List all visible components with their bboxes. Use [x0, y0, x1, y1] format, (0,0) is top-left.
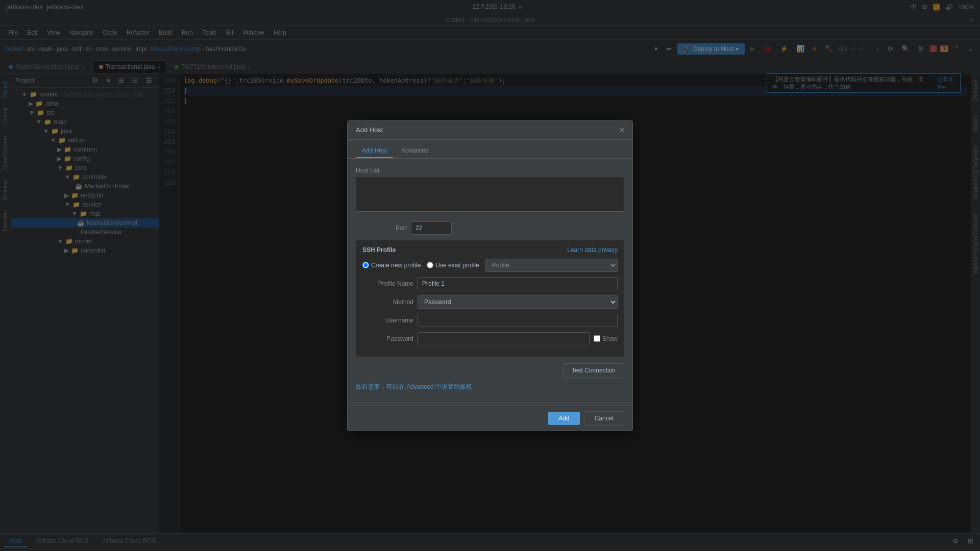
show-password-checkbox[interactable]: [594, 335, 600, 342]
radio-use-exist[interactable]: Use exist profile: [427, 262, 479, 269]
username-input[interactable]: [418, 314, 618, 327]
profile-name-input[interactable]: [418, 277, 618, 290]
modal-close-button[interactable]: ×: [620, 126, 624, 134]
username-label: Username: [362, 317, 413, 324]
password-label: Password: [362, 335, 413, 342]
radio-create-new[interactable]: Create new profile: [362, 262, 421, 269]
modal-body: Host List Port SSH Profile Learn data pr…: [348, 159, 632, 406]
add-host-modal: Add Host × Add Host Advanced Host List P…: [347, 120, 633, 431]
modal-overlay[interactable]: Add Host × Add Host Advanced Host List P…: [0, 0, 980, 551]
profile-name-row: Profile Name: [362, 277, 618, 290]
radio-group: Create new profile Use exist profile Pro…: [362, 259, 618, 272]
ssh-title: SSH Profile: [362, 246, 396, 254]
modal-tabs: Add Host Advanced: [348, 140, 632, 159]
learn-privacy-link[interactable]: Learn data privacy: [567, 246, 618, 254]
radio-use-exist-input[interactable]: [427, 262, 433, 268]
modal-title: Add Host: [356, 126, 383, 134]
show-password-label[interactable]: Show: [594, 335, 618, 342]
port-input[interactable]: [411, 221, 452, 235]
test-connection-row: Test Connection: [356, 363, 624, 378]
password-row: Password Show: [362, 332, 618, 345]
method-label: Method: [362, 298, 413, 306]
host-list-section: Host List: [356, 167, 624, 213]
modal-tab-advanced[interactable]: Advanced: [395, 144, 434, 158]
profile-name-label: Profile Name: [362, 280, 413, 287]
modal-tab-add-host[interactable]: Add Host: [356, 144, 393, 158]
profile-select[interactable]: Profile: [485, 259, 618, 272]
advanced-link[interactable]: Advanced: [406, 383, 433, 390]
test-connection-button[interactable]: Test Connection: [563, 363, 624, 378]
method-row: Method Password Key: [362, 295, 618, 309]
ssh-section: SSH Profile Learn data privacy Create ne…: [356, 240, 624, 357]
port-label: Port: [356, 224, 407, 232]
modal-header: Add Host ×: [348, 121, 632, 140]
cancel-button[interactable]: Cancel: [584, 411, 624, 425]
host-list-textarea[interactable]: [356, 176, 624, 212]
username-row: Username: [362, 314, 618, 327]
hint-text: 如有需要，可以在 Advanced 中设置跳板机: [356, 383, 624, 391]
radio-create-new-input[interactable]: [362, 262, 369, 268]
password-input[interactable]: [418, 332, 590, 345]
add-button[interactable]: Add: [548, 412, 579, 425]
ssh-header: SSH Profile Learn data privacy: [362, 246, 618, 254]
method-select[interactable]: Password Key: [418, 295, 618, 309]
modal-footer: Add Cancel: [348, 406, 632, 431]
port-row: Port: [356, 221, 624, 235]
host-list-label: Host List: [356, 167, 624, 174]
